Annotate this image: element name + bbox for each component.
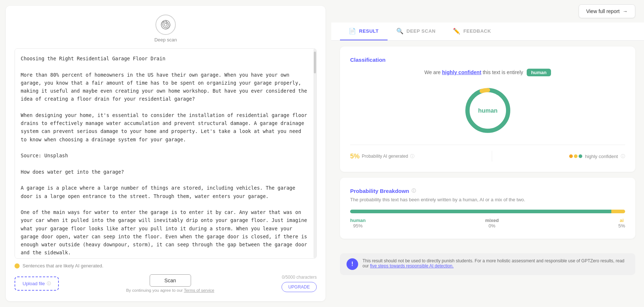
stats-row: 5% Probability AI generated ⓘ highly con… [350, 145, 625, 162]
donut-chart-wrapper: human [350, 85, 625, 136]
ai-probability-label: Probability AI generated [362, 154, 408, 159]
char-count: 0/5000 characters [282, 275, 317, 280]
char-count-area: 0/5000 characters UPGRADE [282, 275, 317, 292]
highly-confident-text: highly confident [442, 69, 481, 75]
confidence-level-label: highly confident [585, 154, 618, 159]
tab-feedback-label: FEEDBACK [463, 28, 491, 34]
confidence-dot-2 [574, 154, 578, 158]
prob-label-human: human 95% [350, 218, 366, 229]
scrollbar-thumb [314, 52, 316, 73]
scrollbar[interactable] [313, 49, 316, 258]
upload-file-button[interactable]: Upload file ⓘ [15, 276, 59, 291]
tab-result[interactable]: 📄 RESULT [340, 23, 388, 40]
probability-breakdown-card: Probability Breakdown ⓘ The probability … [340, 178, 635, 239]
terms-link[interactable]: Terms of service [184, 288, 214, 292]
pencil-icon: ✏️ [453, 28, 461, 35]
classification-title: Classification [350, 57, 625, 63]
arrow-right-icon: → [623, 8, 628, 14]
article-text[interactable]: Choosing the Right Residential Garage Fl… [15, 49, 313, 258]
upgrade-button[interactable]: UPGRADE [282, 282, 317, 292]
prob-label-mixed: mixed 0% [485, 218, 499, 229]
yellow-dot-icon [15, 263, 20, 268]
bottom-bar: Upload file ⓘ Scan By continuing you agr… [15, 274, 317, 292]
view-full-report-label: View full report [586, 8, 620, 14]
top-bar: View full report → [331, 0, 644, 23]
warning-link[interactable]: five steps towards responsible AI detect… [370, 263, 454, 268]
right-panel: View full report → 📄 RESULT 🔍 DEEP SCAN … [331, 0, 644, 307]
left-panel: Deep scan Choosing the Right Residential… [6, 6, 325, 301]
fingerprint-icon [155, 15, 176, 35]
confidence-info-icon: ⓘ [621, 153, 625, 159]
deep-scan-label: Deep scan [154, 37, 177, 43]
prob-labels: human 95% mixed 0% ai 5% [350, 218, 625, 229]
scan-button[interactable]: Scan [150, 274, 191, 287]
prob-bar-ai [611, 210, 625, 213]
confidence-dot-1 [569, 154, 573, 158]
tab-feedback[interactable]: ✏️ FEEDBACK [444, 23, 500, 40]
view-full-report-button[interactable]: View full report → [579, 4, 635, 18]
prob-label-ai: ai 5% [618, 218, 625, 229]
svg-point-1 [163, 22, 169, 28]
confidence-dot-3 [579, 154, 582, 158]
confidence-text: We are highly confident this text is ent… [350, 69, 625, 76]
confidence-level-stat: highly confident ⓘ [569, 153, 625, 159]
tabs-bar: 📄 RESULT 🔍 DEEP SCAN ✏️ FEEDBACK [331, 23, 644, 41]
ai-probability-stat: 5% Probability AI generated ⓘ [350, 153, 414, 160]
ai-probability-value: 5% [350, 153, 360, 160]
terms-text: By continuing you agree to our Terms of … [126, 288, 214, 292]
tabs-container: 📄 RESULT 🔍 DEEP SCAN ✏️ FEEDBACK [331, 23, 644, 41]
prob-description: The probability this text has been entir… [350, 197, 625, 202]
ai-note-text: Sentences that are likely AI generated. [23, 263, 104, 268]
prob-info-icon: ⓘ [412, 188, 416, 194]
classification-card: Classification We are highly confident t… [340, 47, 635, 172]
confidence-dots [569, 154, 582, 158]
warning-icon: ! [347, 258, 358, 270]
prob-bar-human [350, 210, 611, 213]
warning-bar: ! This result should not be used to dire… [340, 253, 635, 275]
ai-prob-info-icon: ⓘ [410, 153, 414, 159]
human-pct: 95% [350, 223, 366, 229]
info-icon: ⓘ [47, 281, 51, 286]
human-verdict-badge: human [527, 69, 551, 76]
tab-result-label: RESULT [359, 28, 379, 34]
mixed-label: mixed [485, 218, 499, 223]
ai-label: ai [618, 218, 625, 223]
prob-breakdown-title: Probability Breakdown ⓘ [350, 188, 625, 194]
probability-bar [350, 210, 625, 213]
scan-area: Scan By continuing you agree to our Term… [65, 274, 275, 292]
mixed-pct: 0% [485, 223, 499, 229]
ai-sentence-note: Sentences that are likely AI generated. [15, 263, 317, 268]
upload-file-label: Upload file [23, 281, 45, 286]
warning-text: This result should not be used to direct… [362, 258, 629, 268]
tab-deep-scan[interactable]: 🔍 DEEP SCAN [388, 23, 445, 40]
result-sections: Classification We are highly confident t… [331, 41, 644, 247]
ai-pct: 5% [618, 223, 625, 229]
human-label: human [350, 218, 366, 223]
svg-text:human: human [478, 107, 498, 114]
text-area-wrapper: Choosing the Right Residential Garage Fl… [15, 48, 317, 259]
fingerprint-tab-icon: 🔍 [396, 28, 404, 35]
deep-scan-header: Deep scan [15, 15, 317, 43]
document-icon: 📄 [349, 28, 356, 35]
donut-chart: human [462, 85, 513, 136]
tab-deep-scan-label: DEEP SCAN [406, 28, 436, 34]
stats-divider [492, 151, 492, 162]
svg-point-2 [164, 23, 167, 26]
